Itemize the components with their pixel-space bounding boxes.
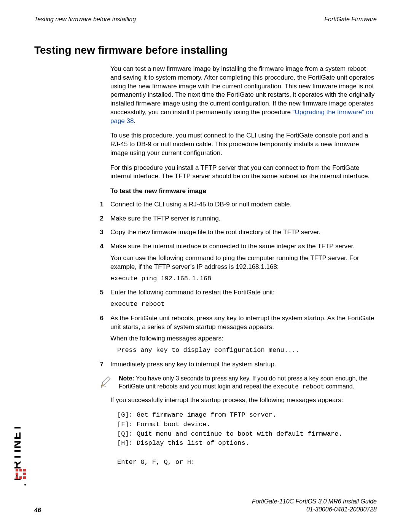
steps-list: 1 Connect to the CLI using a RJ-45 to DB… — [92, 200, 377, 372]
footer-guide: FortiGate-110C FortiOS 3.0 MR6 Install G… — [252, 498, 377, 506]
note-part: FortiGate — [119, 383, 144, 390]
note-part: command. — [324, 383, 354, 390]
svg-text:F   RTINET: F RTINET — [14, 423, 23, 481]
footer-docnum: 01-30006-0481-20080728 — [252, 506, 377, 514]
svg-point-9 — [24, 484, 26, 486]
svg-rect-2 — [19, 469, 22, 471]
svg-rect-8 — [23, 476, 26, 479]
step-text: Make sure the TFTP server is running. — [110, 214, 377, 223]
body: You can test a new firmware image by ins… — [110, 65, 377, 196]
after-note-text: If you successfully interrupt the startu… — [110, 396, 377, 405]
step-number: 2 — [92, 214, 104, 226]
svg-rect-6 — [16, 476, 18, 479]
note-part: You have only 3 seconds to press any key… — [134, 375, 368, 382]
step-text: Connect to the CLI using a RJ-45 to DB-9… — [110, 200, 377, 209]
step-number: 3 — [92, 228, 104, 240]
step-6: 6 As the FortiGate unit reboots, press a… — [92, 314, 377, 358]
page-footer: 46 FortiGate-110C FortiOS 3.0 MR6 Instal… — [34, 498, 377, 514]
intro-paragraph-1: You can test a new firmware image by ins… — [110, 65, 377, 125]
step-7: 7 Immediately press any key to interrupt… — [92, 360, 377, 372]
step-text: As the FortiGate unit reboots, press any… — [110, 314, 377, 332]
header-left: Testing new firmware before installing — [34, 16, 136, 23]
note-text: Note: You have only 3 seconds to press a… — [119, 374, 377, 391]
note-part: unit reboots and you must login and repe… — [144, 383, 273, 390]
svg-rect-4 — [16, 473, 18, 475]
step-text: Copy the new firmware image file to the … — [110, 228, 377, 237]
intro-paragraph-2: To use this procedure, you must connect … — [110, 131, 377, 157]
step-text: Enter the following command to restart t… — [110, 288, 377, 297]
step-number: 4 — [92, 242, 104, 286]
command-text: execute reboot — [110, 300, 377, 309]
running-header: Testing new firmware before installing F… — [34, 16, 377, 23]
note-block: Note: You have only 3 seconds to press a… — [99, 374, 377, 391]
step-text: Immediately press any key to interrupt t… — [110, 360, 377, 369]
page-number: 46 — [34, 507, 41, 514]
document-page: Testing new firmware before installing F… — [0, 0, 411, 532]
fortinet-logo-icon: F RTINET — [14, 405, 27, 490]
step-3: 3 Copy the new firmware image file to th… — [92, 228, 377, 240]
header-right: FortiGate Firmware — [324, 16, 377, 23]
svg-rect-1 — [16, 469, 18, 471]
step-number: 7 — [92, 360, 104, 372]
note-label: Note: — [119, 375, 134, 382]
svg-rect-5 — [23, 473, 26, 475]
step-text: Make sure the internal interface is conn… — [110, 242, 377, 251]
svg-rect-7 — [19, 476, 22, 479]
subheading: To test the new firmware image — [110, 187, 377, 196]
svg-rect-3 — [23, 469, 26, 471]
command-text: execute ping 192.168.1.168 — [110, 275, 377, 283]
step-4: 4 Make sure the internal interface is co… — [92, 242, 377, 286]
console-output: Press any key to display configuration m… — [117, 346, 377, 355]
step-number: 5 — [92, 288, 104, 312]
after-note: If you successfully interrupt the startu… — [110, 396, 377, 467]
boot-menu-output: [G]: Get firmware image from TFTP server… — [117, 411, 377, 467]
step-text: When the following messages appears: — [110, 334, 377, 343]
intro-paragraph-3: For this procedure you install a TFTP se… — [110, 164, 377, 181]
step-5: 5 Enter the following command to restart… — [92, 288, 377, 312]
step-number: 6 — [92, 314, 104, 358]
step-2: 2 Make sure the TFTP server is running. — [92, 214, 377, 226]
note-command: execute reboot — [273, 383, 324, 390]
intro-p1-tail: . — [134, 117, 135, 125]
page-heading: Testing new firmware before installing — [34, 44, 377, 56]
step-text: You can use the following command to pin… — [110, 254, 377, 272]
note-pencil-icon — [99, 375, 114, 391]
footer-right: FortiGate-110C FortiOS 3.0 MR6 Install G… — [252, 498, 377, 514]
step-1: 1 Connect to the CLI using a RJ-45 to DB… — [92, 200, 377, 212]
step-number: 1 — [92, 200, 104, 212]
